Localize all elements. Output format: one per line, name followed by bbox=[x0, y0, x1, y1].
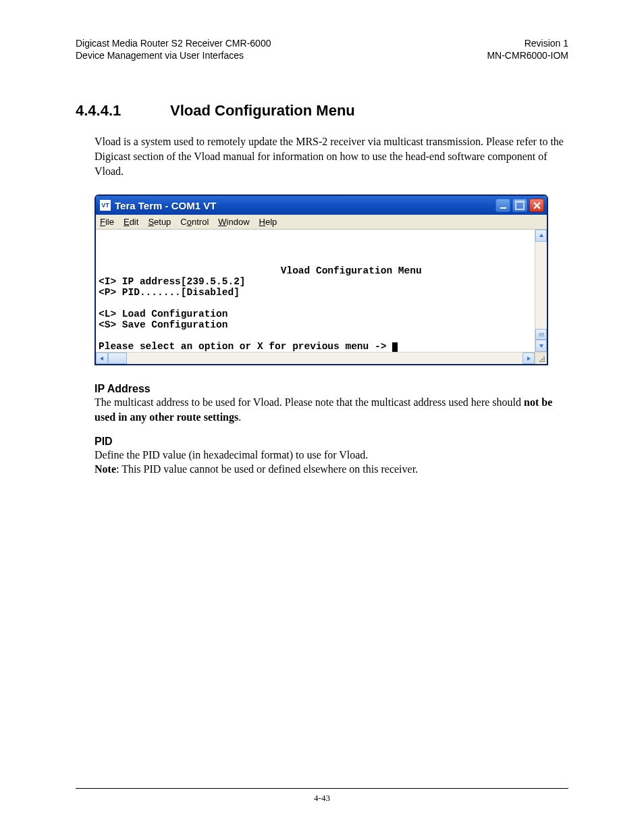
scroll-up-button[interactable] bbox=[535, 230, 547, 242]
app-icon: VT bbox=[100, 200, 111, 211]
scroll-left-button[interactable] bbox=[96, 353, 108, 364]
ip-address-heading: IP Address bbox=[95, 383, 568, 395]
pid-text: Define the PID value (in hexadecimal for… bbox=[95, 448, 568, 477]
ip-address-text: The multicast address to be used for Vlo… bbox=[95, 395, 568, 424]
maximize-button[interactable] bbox=[512, 199, 527, 212]
close-button[interactable] bbox=[529, 199, 544, 212]
scroll-down-button[interactable] bbox=[535, 340, 547, 352]
section-number: 4.4.4.1 bbox=[76, 102, 170, 120]
menubar: File Edit Setup Control Window Help bbox=[96, 215, 547, 230]
menu-file[interactable]: File bbox=[100, 217, 114, 227]
term-line-ip: <I> IP address[239.5.5.2] bbox=[99, 276, 246, 287]
resize-grip-icon[interactable] bbox=[535, 352, 547, 364]
scroll-track[interactable] bbox=[535, 242, 547, 340]
pid-heading: PID bbox=[95, 436, 568, 448]
minimize-button[interactable] bbox=[495, 199, 510, 212]
titlebar[interactable]: VT Tera Term - COM1 VT bbox=[96, 196, 547, 215]
term-line-save: <S> Save Configuration bbox=[99, 319, 227, 330]
menu-edit[interactable]: Edit bbox=[124, 217, 138, 227]
header-revision: Revision 1 bbox=[487, 37, 568, 49]
header-subtitle: Device Management via User Interfaces bbox=[76, 49, 271, 61]
window-title: Tera Term - COM1 VT bbox=[115, 200, 495, 211]
header-product: Digicast Media Router S2 Receiver CMR-60… bbox=[76, 37, 271, 49]
section-title: Vload Configuration Menu bbox=[170, 102, 355, 119]
hscroll-track[interactable] bbox=[108, 353, 522, 364]
menu-window[interactable]: Window bbox=[218, 217, 249, 227]
term-line-pid: <P> PID.......[Disabled] bbox=[99, 287, 240, 298]
page-number: 4-43 bbox=[314, 793, 330, 803]
page-footer: 4-43 bbox=[76, 788, 568, 804]
menu-control[interactable]: Control bbox=[180, 217, 209, 227]
term-line-load: <L> Load Configuration bbox=[99, 309, 227, 319]
header-doc-id: MN-CMR6000-IOM bbox=[487, 49, 568, 61]
scroll-right-button[interactable] bbox=[522, 353, 535, 364]
hscroll-thumb[interactable] bbox=[108, 353, 127, 364]
horizontal-scrollbar[interactable] bbox=[96, 352, 535, 364]
scroll-thumb[interactable] bbox=[535, 329, 547, 340]
menu-setup[interactable]: Setup bbox=[148, 217, 171, 227]
page-header: Digicast Media Router S2 Receiver CMR-60… bbox=[76, 37, 568, 61]
intro-paragraph: Vload is a system used to remotely updat… bbox=[95, 134, 568, 178]
terminal-window: VT Tera Term - COM1 VT File Edit Setup C… bbox=[95, 194, 548, 365]
term-line-prompt: Please select an option or X for previou… bbox=[99, 341, 392, 352]
vertical-scrollbar[interactable] bbox=[535, 230, 547, 352]
section-heading: 4.4.4.1Vload Configuration Menu bbox=[76, 102, 568, 120]
term-heading: Vload Configuration Menu bbox=[281, 265, 422, 276]
cursor-icon bbox=[392, 342, 398, 352]
menu-help[interactable]: Help bbox=[259, 217, 277, 227]
terminal-body[interactable]: Vload Configuration Menu <I> IP address[… bbox=[96, 230, 535, 352]
